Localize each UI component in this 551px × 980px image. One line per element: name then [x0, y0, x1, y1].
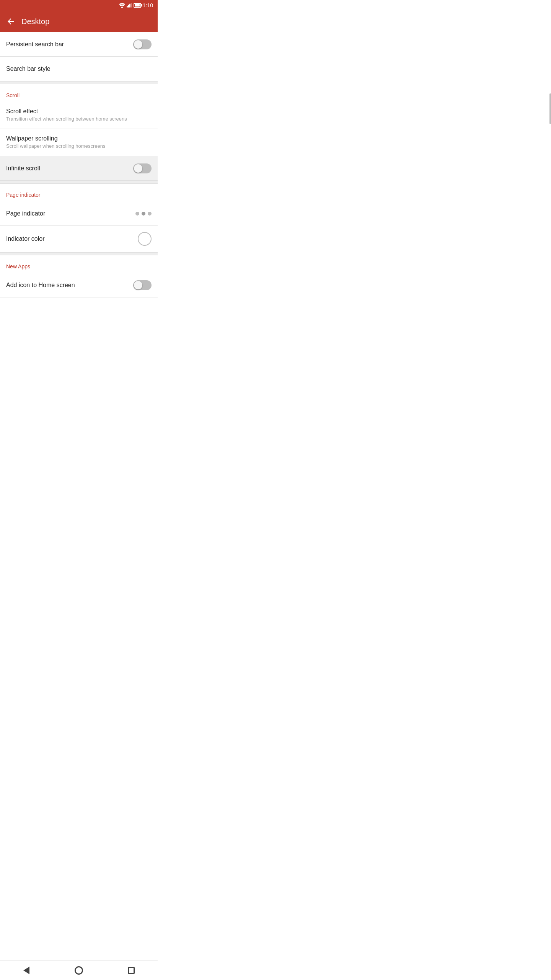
dot-1 [135, 212, 139, 216]
indicator-color-title: Indicator color [6, 235, 138, 242]
battery-icon [134, 3, 141, 8]
page-indicator-dots [135, 212, 152, 216]
dot-3 [148, 212, 152, 216]
dot-2 [142, 212, 145, 216]
page-indicator-section-header: Page indicator [0, 184, 158, 201]
persistent-search-bar-toggle[interactable] [133, 39, 152, 49]
persistent-search-bar-item[interactable]: Persistent search bar [0, 32, 158, 57]
scroll-section-divider [0, 81, 158, 84]
page-indicator-divider [0, 181, 158, 184]
scroll-section-title: Scroll [6, 92, 20, 98]
search-bar-style-item[interactable]: Search bar style [0, 57, 158, 81]
scroll-effect-item[interactable]: Scroll effect Transition effect when scr… [0, 102, 158, 129]
svg-rect-2 [128, 5, 129, 8]
svg-rect-1 [127, 6, 128, 7]
status-bar: 1:10 [0, 0, 158, 11]
svg-rect-3 [129, 4, 130, 8]
page-indicator-section-title: Page indicator [6, 192, 41, 198]
wallpaper-scrolling-title: Wallpaper scrolling [6, 135, 152, 142]
add-icon-home-screen-item[interactable]: Add icon to Home screen [0, 273, 158, 297]
page-indicator-title: Page indicator [6, 210, 135, 217]
svg-rect-4 [130, 3, 132, 7]
bottom-padding [0, 297, 158, 317]
settings-content: Persistent search bar Search bar style S… [0, 32, 158, 317]
new-apps-section-header: New Apps [0, 255, 158, 273]
page-indicator-item[interactable]: Page indicator [0, 201, 158, 226]
indicator-color-circle[interactable] [138, 232, 152, 246]
status-time: 1:10 [143, 2, 153, 8]
new-apps-section-title: New Apps [6, 263, 30, 270]
search-bar-style-title: Search bar style [6, 65, 152, 72]
wifi-icon [119, 3, 125, 8]
wallpaper-scrolling-subtitle: Scroll wallpaper when scrolling homescre… [6, 143, 152, 150]
signal-icon [127, 3, 132, 8]
add-icon-home-screen-toggle[interactable] [133, 280, 152, 290]
wallpaper-scrolling-item[interactable]: Wallpaper scrolling Scroll wallpaper whe… [0, 129, 158, 156]
infinite-scroll-title: Infinite scroll [6, 165, 133, 172]
add-icon-home-screen-title: Add icon to Home screen [6, 282, 133, 289]
persistent-search-bar-title: Persistent search bar [6, 41, 133, 48]
status-icons: 1:10 [119, 2, 153, 8]
new-apps-divider [0, 252, 158, 255]
scroll-section-header: Scroll [0, 84, 158, 102]
indicator-color-item[interactable]: Indicator color [0, 226, 158, 252]
scroll-effect-subtitle: Transition effect when scrolling between… [6, 116, 152, 122]
svg-point-0 [121, 7, 123, 8]
infinite-scroll-toggle[interactable] [133, 163, 152, 173]
back-button[interactable] [6, 17, 15, 26]
infinite-scroll-item[interactable]: Infinite scroll [0, 156, 158, 181]
toolbar: Desktop [0, 11, 158, 32]
page-title: Desktop [21, 17, 49, 26]
scroll-effect-title: Scroll effect [6, 108, 152, 115]
